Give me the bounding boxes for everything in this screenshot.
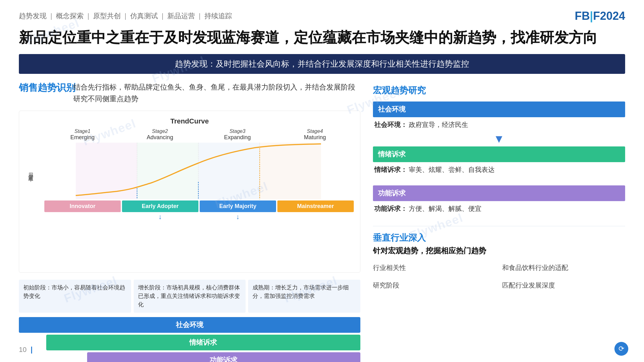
category-function: 功能诉求 功能诉求： 方便、解渴、解腻、便宜 [373,185,625,214]
breadcrumb: 趋势发现 | 概念探索 | 原型共创 | 仿真测试 | 新品运营 | 持续追踪 [19,11,232,21]
stage-4-name: Maturing [276,134,353,141]
stage-3-name: Expanding [199,134,276,141]
grid-label-2: 研究阶段 [373,278,496,292]
vertical-sub: 针对宏观趋势，挖掘相应热门趋势 [373,246,625,256]
cat-function-content: 方便、解渴、解腻、便宜 [409,205,481,212]
badge-early-majority: Early Majority [200,200,276,212]
desc-box-1: 初始阶段：市场小，容易随着社会环境趋势变化 [19,280,131,313]
trend-chart: TrendCurve Stage1 Emerging Stage2 Advanc… [19,111,360,272]
breadcrumb-sep-5: | [199,12,201,20]
stage-2-name: Advancing [121,134,198,141]
stage-3: Stage3 Expanding [199,129,276,141]
y-axis-label: 用户渗透率 [27,169,34,173]
trend-curve-svg [44,143,353,199]
badge-mainstreamer: Mainstreamer [277,200,354,212]
page: Flywheel Flywheel Flywheel Flywheel Flyw… [0,0,644,362]
arrow-connector: ▼ [373,133,625,145]
grid-label-1: 行业相关性 [373,261,496,275]
stage-1-name: Emerging [44,134,121,141]
category-emotion: 情绪诉求 情绪诉求： 审美、炫耀、尝鲜、自我表达 [373,146,625,175]
bottom-bar-emotion: 情绪诉求 [46,335,360,350]
arrow-3: ↓ [200,213,276,221]
breadcrumb-sep-1: | [50,12,52,20]
cat-emotion-desc: 情绪诉求： 审美、炫耀、尝鲜、自我表达 [373,165,625,175]
stage-1-id: Stage1 [44,129,121,134]
cat-social-content: 政府宣导，经济民生 [409,121,468,128]
badge-innovator: Innovator [44,200,121,212]
desc-row: 初始阶段：市场小，容易随着社会环境趋势变化 增长阶段：市场初具规模，核心消费群体… [19,280,360,313]
category-social: 社会环境 社会环境： 政府宣导，经济民生 [373,101,625,130]
svg-rect-0 [76,143,137,199]
badge-early-adopter: Early Adopter [122,200,198,212]
cat-function-desc: 功能诉求： 方便、解渴、解腻、便宜 [373,204,625,214]
bottom-bar-function: 功能诉求 [87,352,360,362]
grid-value-2: 匹配行业发展深度 [502,278,625,292]
left-panel: 销售趋势识别 结合先行指标，帮助品牌定位鱼头、鱼身、鱼尾，在最具潜力阶段切入，并… [19,81,360,362]
svg-rect-2 [198,143,260,199]
grid-value-1: 和食品饮料行业的适配 [502,261,625,275]
svg-rect-3 [260,143,321,199]
breadcrumb-sep-4: | [162,12,164,20]
stage-2-id: Stage2 [121,129,198,134]
logo: FB|F2024 [575,9,625,23]
sales-desc: 结合先行指标，帮助品牌定位鱼头、鱼身、鱼尾，在最具潜力阶段切入，并结合发展阶段研… [73,81,360,105]
page-number: 10 [19,346,32,354]
section-header: 趋势发现：及时把握社会风向标，并结合行业发展深度和行业相关性进行趋势监控 [19,54,625,74]
bottom-bar-social: 社会环境 [19,317,360,333]
vertical-title: 垂直行业深入 [373,232,625,244]
top-bar: 趋势发现 | 概念探索 | 原型共创 | 仿真测试 | 新品运营 | 持续追踪 … [19,9,625,23]
cat-social-label: 社会环境： [374,121,407,128]
page-divider [31,347,32,354]
svg-rect-1 [137,143,198,199]
segment-badges: Innovator Early Adopter Early Majority M… [44,200,354,212]
breadcrumb-sep-2: | [87,12,89,20]
stage-3-id: Stage3 [199,129,276,134]
desc-box-2: 增长阶段：市场初具规模，核心消费群体已形成，重点关注情绪诉求和功能诉求变化 [134,280,246,313]
arrow-2: ↓ [122,213,198,221]
breadcrumb-item-2: 概念探索 [56,12,84,20]
desc-box-3: 成熟期：增长乏力，市场需求进一步细分，需加强监控消费需求 [248,280,360,313]
bottom-bars: 社会环境 情绪诉求 功能诉求 [19,317,360,362]
cat-social-desc: 社会环境： 政府宣导，经济民生 [373,120,625,130]
stage-4: Stage4 Maturing [276,129,353,141]
right-panel: 宏观趋势研究 社会环境 社会环境： 政府宣导，经济民生 ▼ 情绪诉求 情绪诉求：… [373,81,625,362]
breadcrumb-item-6: 持续追踪 [204,12,232,20]
arrows-row: ↓ ↓ ↓ ↓ [44,213,354,221]
stage-1: Stage1 Emerging [44,129,121,141]
breadcrumb-item-4: 仿真测试 [130,12,158,20]
cat-emotion-label: 情绪诉求： [374,166,407,173]
left-top: 销售趋势识别 结合先行指标，帮助品牌定位鱼头、鱼身、鱼尾，在最具潜力阶段切入，并… [19,81,360,105]
vertical-grid: 行业相关性 和食品饮料行业的适配 研究阶段 匹配行业发展深度 [373,261,625,292]
content-area: 销售趋势识别 结合先行指标，帮助品牌定位鱼头、鱼身、鱼尾，在最具潜力阶段切入，并… [19,81,625,362]
stage-4-id: Stage4 [276,129,353,134]
cat-emotion-header: 情绪诉求 [373,146,625,162]
cat-emotion-content: 审美、炫耀、尝鲜、自我表达 [409,166,495,173]
bottom-icon: ⟳ [614,342,628,356]
breadcrumb-item-3: 原型共创 [93,12,121,20]
chart-title: TrendCurve [25,117,354,125]
vertical-section: 垂直行业深入 针对宏观趋势，挖掘相应热门趋势 行业相关性 和食品饮料行业的适配 … [373,226,625,292]
breadcrumb-sep-3: | [125,12,126,20]
stage-2: Stage2 Advancing [121,129,198,141]
breadcrumb-item-1: 趋势发现 [19,12,47,20]
breadcrumb-item-5: 新品运营 [167,12,195,20]
cat-social-header: 社会环境 [373,101,625,117]
sales-label: 销售趋势识别 [19,81,66,105]
cat-function-header: 功能诉求 [373,185,625,201]
cat-function-label: 功能诉求： [374,205,407,212]
macro-title: 宏观趋势研究 [373,85,625,96]
main-title: 新品定位重中之重在于及时发现蓝海赛道，定位蕴藏在市场夹缝中的新趋势，找准研发方向 [19,28,625,47]
